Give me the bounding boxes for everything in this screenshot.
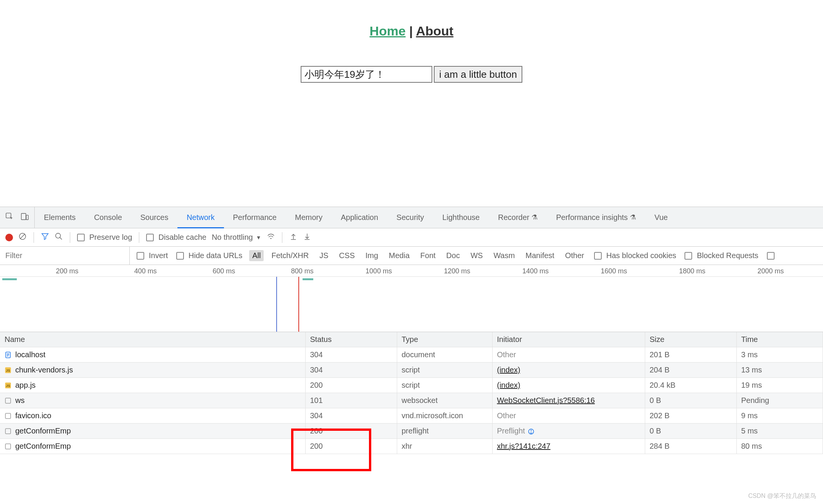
extra-checkbox[interactable] [765, 252, 778, 260]
cell-time: 80 ms [736, 439, 823, 454]
flask-icon: ⚗ [531, 213, 538, 222]
svg-line-6 [60, 238, 62, 240]
watermark: CSDN @笨不拉几的菜鸟 [748, 492, 816, 500]
cell-initiator[interactable]: (index) [492, 378, 645, 393]
network-conditions-icon[interactable] [267, 232, 275, 242]
cell-time: Pending [736, 393, 823, 408]
tab-lighthouse[interactable]: Lighthouse [433, 207, 489, 228]
tab-console[interactable]: Console [85, 207, 131, 228]
svg-text:JS: JS [6, 384, 10, 387]
tab-sources[interactable]: Sources [131, 207, 177, 228]
tab-recorder[interactable]: Recorder⚗ [489, 207, 547, 228]
svg-rect-22 [5, 429, 11, 434]
table-row[interactable]: JSapp.js200script(index)20.4 kB19 ms [0, 378, 823, 393]
download-har-icon[interactable] [303, 232, 311, 242]
type-filter-img[interactable]: Img [362, 250, 381, 261]
waterfall-overview[interactable]: 200 ms400 ms600 ms800 ms1000 ms1200 ms14… [0, 265, 823, 332]
tab-performance-insights[interactable]: Performance insights⚗ [547, 207, 645, 228]
js-icon: JS [5, 367, 11, 374]
request-name: getConformEmp [15, 427, 71, 435]
table-row[interactable]: favicon.ico304vnd.microsoft.iconOther202… [0, 408, 823, 424]
cell-initiator[interactable]: WebSocketClient.js?5586:16 [492, 393, 645, 408]
little-button[interactable]: i am a little button [434, 66, 522, 83]
type-filter-js[interactable]: JS [316, 250, 331, 261]
request-name: getConformEmp [15, 442, 71, 451]
svg-point-7 [270, 238, 271, 239]
search-icon[interactable] [55, 232, 63, 242]
type-filter-ws[interactable]: WS [467, 250, 486, 261]
device-toolbar-icon[interactable] [21, 212, 29, 223]
cell-initiator: Other [492, 347, 645, 363]
table-row[interactable]: ws101websocketWebSocketClient.js?5586:16… [0, 393, 823, 408]
divider [139, 232, 139, 243]
link-home[interactable]: Home [370, 24, 406, 38]
waterfall-tick: 1600 ms [601, 267, 627, 275]
flask-icon: ⚗ [630, 213, 636, 222]
col-size[interactable]: Size [645, 332, 736, 347]
tab-security[interactable]: Security [387, 207, 433, 228]
col-initiator[interactable]: Initiator [492, 332, 645, 347]
inspect-element-icon[interactable] [5, 212, 14, 223]
col-type[interactable]: Type [397, 332, 492, 347]
link-about[interactable]: About [416, 24, 453, 38]
type-filter-fetch-xhr[interactable]: Fetch/XHR [268, 250, 312, 261]
type-filter-font[interactable]: Font [417, 250, 439, 261]
invert-checkbox[interactable]: Invert [135, 251, 169, 260]
blank-icon [5, 413, 11, 419]
col-time[interactable]: Time [736, 332, 823, 347]
type-filter-manifest[interactable]: Manifest [522, 250, 557, 261]
main-text-input[interactable] [301, 66, 432, 83]
cell-status: 304 [305, 363, 397, 378]
divider [282, 232, 282, 243]
table-row[interactable]: JSchunk-vendors.js304script(index)204 B1… [0, 363, 823, 378]
type-filter-doc[interactable]: Doc [443, 250, 463, 261]
type-filter-media[interactable]: Media [386, 250, 412, 261]
svg-rect-1 [21, 213, 26, 220]
filter-toggle-icon[interactable] [41, 232, 49, 242]
clear-icon[interactable] [18, 232, 27, 242]
preserve-log-checkbox[interactable]: Preserve log [77, 233, 132, 242]
blank-icon [5, 397, 11, 404]
col-status[interactable]: Status [305, 332, 397, 347]
filter-input[interactable] [0, 247, 130, 265]
upload-har-icon[interactable] [289, 232, 298, 242]
waterfall-tick: 1800 ms [679, 267, 705, 275]
type-filter-all[interactable]: All [249, 250, 264, 261]
record-button[interactable] [5, 234, 13, 241]
hide-data-urls-checkbox[interactable]: Hide data URLs [175, 251, 244, 260]
has-blocked-cookies-checkbox[interactable]: Has blocked cookies [593, 251, 678, 260]
cell-status: 101 [305, 393, 397, 408]
svg-rect-21 [5, 413, 11, 419]
app-content: Home | About i am a little button [0, 0, 823, 83]
svg-rect-24 [5, 444, 11, 449]
network-filter-row: Invert Hide data URLs AllFetch/XHRJSCSSI… [0, 247, 823, 265]
tab-memory[interactable]: Memory [286, 207, 332, 228]
type-filter-wasm[interactable]: Wasm [490, 250, 518, 261]
request-name: chunk-vendors.js [15, 366, 73, 374]
cell-initiator[interactable]: xhr.js?141c:247 [492, 439, 645, 454]
cell-type: vnd.microsoft.icon [397, 408, 492, 424]
table-row[interactable]: getConformEmp200xhrxhr.js?141c:247284 B8… [0, 439, 823, 454]
tab-elements[interactable]: Elements [35, 207, 85, 228]
tab-network[interactable]: Network [177, 207, 224, 228]
disable-cache-checkbox[interactable]: Disable cache [146, 233, 206, 242]
waterfall-tick: 1000 ms [366, 267, 392, 275]
divider [34, 232, 34, 243]
cell-initiator[interactable]: (index) [492, 363, 645, 378]
waterfall-tick: 200 ms [56, 267, 78, 275]
table-row[interactable]: localhost304documentOther201 B3 ms [0, 347, 823, 363]
waterfall-tick: 1200 ms [444, 267, 470, 275]
tab-application[interactable]: Application [332, 207, 387, 228]
cell-time: 3 ms [736, 347, 823, 363]
waterfall-tick: 600 ms [213, 267, 235, 275]
throttling-select[interactable]: No throttling▼ [212, 233, 261, 242]
tab-performance[interactable]: Performance [224, 207, 286, 228]
table-row[interactable]: getConformEmp200preflightPreflight0 B5 m… [0, 424, 823, 439]
devtools-tabstrip: ElementsConsoleSourcesNetworkPerformance… [0, 207, 823, 228]
blocked-requests-checkbox[interactable]: Blocked Requests [683, 251, 760, 260]
type-filter-other[interactable]: Other [562, 250, 587, 261]
type-filter-css[interactable]: CSS [336, 250, 358, 261]
cell-size: 0 B [645, 424, 736, 439]
col-name[interactable]: Name [0, 332, 305, 347]
tab-vue[interactable]: Vue [645, 207, 677, 228]
